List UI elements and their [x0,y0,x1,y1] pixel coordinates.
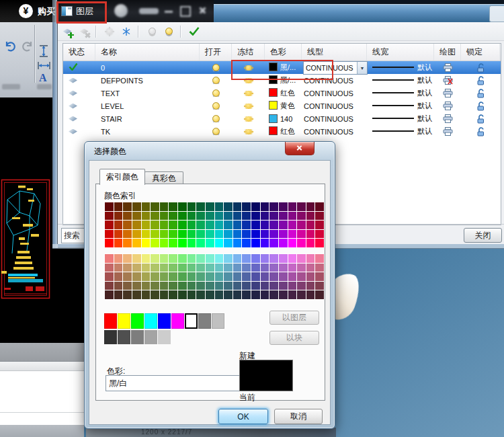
aci-color-cell[interactable] [315,290,324,299]
aci-color-cell[interactable] [233,239,242,247]
aci-color-cell[interactable] [132,230,141,239]
aci-color-cell[interactable] [288,254,297,263]
aci-color-cell[interactable] [160,230,169,239]
layer-linetype-cell[interactable]: CONTINUOUS [302,128,367,136]
aci-color-cell[interactable] [206,221,214,229]
text-tool-icon[interactable]: A [39,72,47,84]
gray-color-cell[interactable] [118,330,130,344]
aci-color-cell[interactable] [215,212,224,221]
layer-color-cell[interactable]: 140 [265,114,302,123]
standard-color-cell[interactable] [131,313,144,329]
aci-color-cell[interactable] [279,221,288,229]
layer-on-bulb-icon[interactable] [212,128,220,135]
aci-color-cell[interactable] [297,230,306,239]
aci-color-cell[interactable] [288,264,297,272]
aci-color-cell[interactable] [233,254,242,263]
layer-on-bulb-icon[interactable] [212,77,220,84]
aci-color-cell[interactable] [114,282,123,290]
aci-color-cell[interactable] [297,272,306,281]
aci-color-cell[interactable] [233,282,242,290]
aci-color-cell[interactable] [169,272,177,281]
aci-color-cell[interactable] [178,254,187,263]
aci-color-cell[interactable] [233,290,242,299]
aci-color-cell[interactable] [169,221,177,229]
aci-color-cell[interactable] [114,239,123,247]
aci-color-cell[interactable] [196,221,205,229]
aci-color-cell[interactable] [142,264,151,272]
layer-lineweight-cell[interactable]: 默认 [367,63,434,73]
standard-color-cell[interactable] [212,313,224,329]
aci-color-cell[interactable] [206,272,214,281]
aci-color-cell[interactable] [251,212,260,221]
aci-color-cell[interactable] [196,239,205,247]
tab-true-color[interactable]: 真彩色 [144,171,183,185]
aci-color-cell[interactable] [269,264,278,272]
aci-color-cell[interactable] [178,212,187,221]
aci-color-cell[interactable] [142,202,151,211]
aci-color-cell[interactable] [160,202,169,211]
aci-color-cell[interactable] [297,282,306,290]
aci-color-cell[interactable] [142,230,151,239]
aci-color-cell[interactable] [123,282,132,290]
aci-color-cell[interactable] [242,230,251,239]
aci-color-cell[interactable] [196,230,205,239]
aci-color-cell[interactable] [114,290,123,299]
aci-color-cell[interactable] [160,290,169,299]
aci-color-cell[interactable] [142,212,151,221]
aci-color-cell[interactable] [178,290,187,299]
byblock-button[interactable]: 以块 [269,331,319,345]
standard-color-cell[interactable] [118,313,130,329]
aci-color-cell[interactable] [224,239,233,247]
aci-color-cell[interactable] [114,264,123,272]
aci-color-cell[interactable] [279,264,288,272]
aci-color-cell[interactable] [123,290,132,299]
layer-lineweight-cell[interactable]: 默认 [367,101,434,111]
aci-color-cell[interactable] [224,202,233,211]
aci-color-cell[interactable] [306,264,315,272]
aci-color-cell[interactable] [105,230,114,239]
aci-color-cell[interactable] [178,272,187,281]
aci-color-cell[interactable] [306,254,315,263]
aci-color-cell[interactable] [242,272,251,281]
aci-color-cell[interactable] [224,272,233,281]
aci-color-cell[interactable] [132,212,141,221]
aci-color-cell[interactable] [178,221,187,229]
gray-color-cell[interactable] [131,330,144,344]
column-header[interactable]: 状态 [63,44,95,61]
aci-color-cell[interactable] [306,272,315,281]
aci-color-cell[interactable] [132,290,141,299]
aci-color-cell[interactable] [251,272,260,281]
aci-color-cell[interactable] [288,239,297,247]
aci-color-cell[interactable] [288,290,297,299]
aci-color-cell[interactable] [142,221,151,229]
gray-color-cell[interactable] [158,330,171,344]
aci-color-cell[interactable] [123,202,132,211]
aci-color-cell[interactable] [251,230,260,239]
gray-color-cell[interactable] [104,330,117,344]
column-header[interactable]: 打开 [200,44,232,61]
new-layer-button[interactable] [60,24,75,39]
aci-color-cell[interactable] [224,282,233,290]
aci-color-cell[interactable] [224,212,233,221]
aci-color-cell[interactable] [105,239,114,247]
freeze-sun-icon[interactable] [246,104,251,109]
aci-color-cell[interactable] [251,221,260,229]
layer-on-bulb-icon[interactable] [212,64,220,71]
column-header[interactable]: 线型 [302,44,367,61]
aci-color-cell[interactable] [206,282,214,290]
aci-color-cell[interactable] [105,254,114,263]
aci-color-cell[interactable] [261,264,269,272]
aci-color-cell[interactable] [315,202,324,211]
column-header[interactable]: 线宽 [367,44,434,61]
undo-icon[interactable] [3,40,17,53]
aci-color-cell[interactable] [261,254,269,263]
no-plot-icon[interactable] [443,76,453,85]
aci-color-cell[interactable] [151,264,159,272]
aci-color-cell[interactable] [269,212,278,221]
aci-color-cell[interactable] [215,282,224,290]
aci-color-cell[interactable] [169,282,177,290]
cancel-button[interactable]: 取消 [274,409,323,424]
aci-color-cell[interactable] [261,212,269,221]
layer-row-LEVEL[interactable]: LEVEL 黄色 CONTINUOUS 默认 [63,100,501,112]
layer-row-STAIR[interactable]: STAIR 140 CONTINUOUS 默认 [63,112,501,125]
